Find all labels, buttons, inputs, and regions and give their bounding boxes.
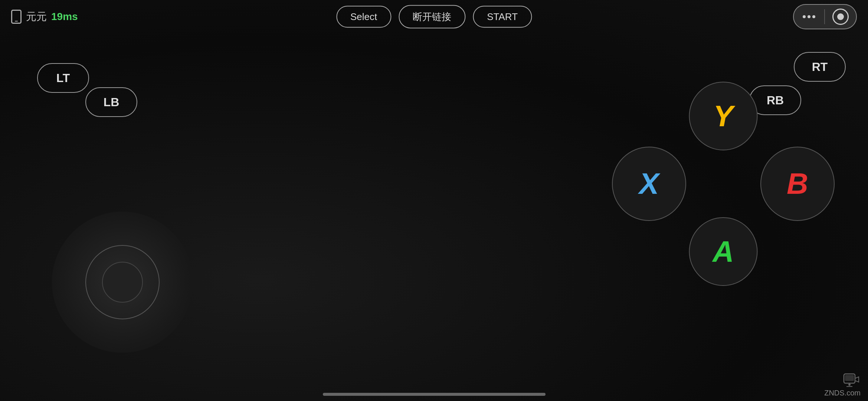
- lt-button[interactable]: LT: [37, 63, 89, 93]
- x-label: X: [639, 167, 659, 201]
- dot-2: [808, 15, 810, 18]
- b-label: B: [787, 167, 808, 201]
- dots-section: [794, 10, 824, 23]
- latency-display: 19ms: [51, 11, 78, 23]
- top-bar: 元元 19ms Select 断开链接 START: [0, 0, 868, 33]
- b-button[interactable]: B: [760, 147, 835, 221]
- dot-1: [803, 15, 806, 18]
- a-button[interactable]: A: [689, 217, 758, 286]
- y-label: Y: [713, 99, 733, 133]
- record-section: [825, 5, 856, 29]
- device-info: 元元 19ms: [11, 10, 78, 24]
- joystick-inner-ring: [85, 245, 160, 319]
- home-bar: [323, 393, 546, 396]
- dot-3: [812, 15, 815, 18]
- select-button[interactable]: Select: [336, 6, 391, 28]
- x-button[interactable]: X: [612, 147, 686, 221]
- y-button[interactable]: Y: [689, 82, 758, 150]
- face-buttons: Y X B A: [612, 82, 835, 286]
- lb-button[interactable]: LB: [85, 87, 137, 117]
- start-button[interactable]: START: [473, 6, 532, 28]
- a-label: A: [713, 235, 734, 269]
- watermark-text: ZNDS.com: [824, 389, 861, 397]
- menu-record-button[interactable]: [793, 4, 857, 29]
- joystick-center: [102, 262, 143, 303]
- phone-icon: [11, 10, 22, 24]
- top-right-controls: [793, 4, 857, 29]
- watermark: ZNDS.com: [824, 370, 861, 397]
- top-center-buttons: Select 断开链接 START: [336, 5, 532, 29]
- svg-rect-1: [845, 375, 854, 381]
- watermark-icon: [842, 370, 861, 389]
- record-circle-icon: [832, 9, 849, 25]
- left-joystick[interactable]: [52, 212, 193, 353]
- rt-button[interactable]: RT: [794, 52, 846, 82]
- device-name: 元元: [26, 10, 47, 24]
- disconnect-button[interactable]: 断开链接: [399, 5, 465, 29]
- svg-point-2: [848, 384, 851, 386]
